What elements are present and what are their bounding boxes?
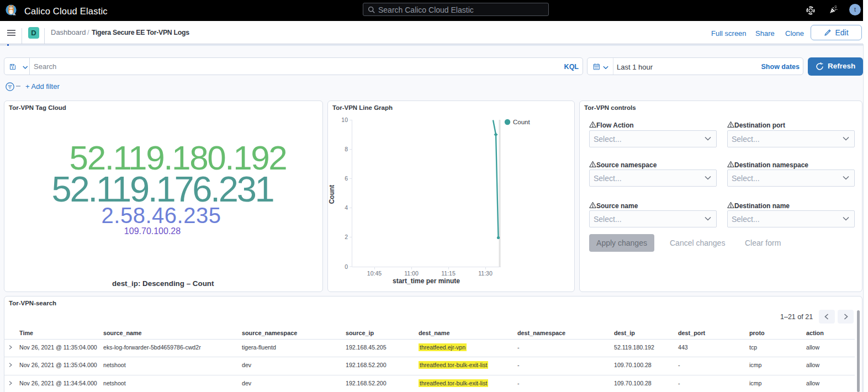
svg-text:10: 10: [341, 116, 348, 123]
svg-text:Count: Count: [513, 119, 530, 125]
svg-text:start_time per minute: start_time per minute: [393, 277, 460, 285]
svg-text:11:00: 11:00: [404, 270, 419, 277]
svg-text:2: 2: [345, 234, 348, 240]
svg-text:11:15: 11:15: [441, 270, 456, 277]
svg-text:8: 8: [345, 146, 348, 152]
svg-text:4: 4: [345, 204, 348, 211]
svg-text:Count: Count: [328, 185, 336, 204]
svg-text:6: 6: [345, 175, 348, 182]
svg-text:0: 0: [345, 263, 348, 270]
svg-text:10:45: 10:45: [367, 270, 382, 277]
svg-text:11:30: 11:30: [478, 270, 493, 277]
